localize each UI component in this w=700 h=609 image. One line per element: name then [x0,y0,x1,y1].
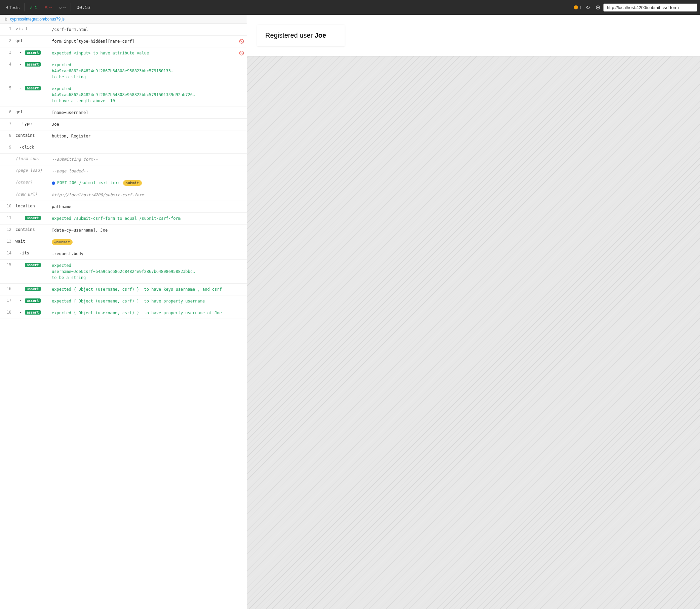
filepath-bar: 🗎 cypress/integration/bonus79.js [0,15,247,24]
row-detail: expected /submit-csrf-form to equal /sub… [50,213,247,224]
row-number: 4 [0,59,14,69]
row-detail: --page loaded-- [50,166,247,177]
row-detail: expected b4a9cac6862c84824e9f2867b64808e… [50,59,247,83]
row-command: -click [14,142,50,152]
row-number: 17 [0,295,14,306]
row-number: 14 [0,248,14,258]
divider2 [71,3,71,12]
row-detail: http://localhost:4200/submit-csrf-form [50,189,247,201]
row-detail: button, Register [50,130,247,142]
row-detail: pathname [50,201,247,212]
pass-count: 1 [35,5,37,10]
file-icon: 🗎 [4,17,8,21]
row-number [0,166,14,171]
row-command: - assert [14,284,50,294]
row-number: 11 [0,213,14,223]
table-row: 15- assertexpected username=Joe&csrf=b4a… [0,260,247,284]
table-row: 4- assertexpected b4a9cac6862c84824e9f28… [0,59,247,83]
row-command: -its [14,248,50,258]
row-detail: expected <input> to have attribute value [50,47,239,59]
row-number: 2 [0,36,14,46]
row-command: location [14,201,50,211]
pass-count-button[interactable]: ✓ 1 [26,3,40,12]
row-command: - assert [14,213,50,223]
registered-prefix: Registered user [265,32,315,39]
check-icon: ✓ [29,5,33,10]
row-command: - assert [14,47,50,57]
row-command: visit [14,24,50,34]
table-row: 1visit/csrf-form.html [0,24,247,36]
eye-off-icon[interactable]: 🚫 [239,51,247,55]
table-row: 3- assertexpected <input> to have attrib… [0,47,247,59]
fail-count: -- [49,5,52,10]
row-number [0,154,14,159]
eye-off-icon[interactable]: 🚫 [239,39,247,44]
status-dot [574,5,578,10]
table-row: 18- assertexpected { Object (username, c… [0,307,247,319]
table-row: 14-its.request.body [0,248,247,260]
table-row: 11- assertexpected /submit-csrf-form to … [0,213,247,225]
row-command: wait [14,236,50,246]
row-command: - assert [14,59,50,69]
row-detail: .request.body [50,248,247,259]
row-detail [50,142,247,147]
row-number: 16 [0,284,14,294]
url-bar[interactable]: http://localhost:4200/submit-csrf-form [603,3,697,12]
row-command: get [14,36,50,46]
browser-background [247,56,700,609]
row-detail: expected b4a9cac6862c84824e9f2867b64808e… [50,83,247,107]
row-number: 13 [0,236,14,246]
arrow-up-icon: ↑ [578,5,583,10]
row-number: 3 [0,47,14,57]
registered-name: Joe [315,32,326,39]
row-detail: [name=username] [50,107,247,118]
row-command: contains [14,225,50,234]
table-row: (form sub)--submitting form-- [0,154,247,166]
right-panel: Registered user Joe [247,15,700,609]
row-number: 7 [0,119,14,129]
test-list: 1visit/csrf-form.html2getform input[type… [0,24,247,609]
row-detail: --submitting form-- [50,154,247,165]
row-command: contains [14,130,50,140]
browser-frame: Registered user Joe [247,15,700,56]
skip-count-button[interactable]: ○ -- [55,3,69,12]
row-number: 8 [0,130,14,140]
row-command: (new url) [14,189,50,199]
compass-button[interactable]: ⊕ [593,2,603,13]
table-row: 10locationpathname [0,201,247,213]
fail-count-button[interactable]: ✕ -- [41,3,56,12]
table-row: 16- assertexpected { Object (username, c… [0,284,247,295]
table-row: 13wait@submit [0,236,247,248]
row-detail: [data-cy=username], Joe [50,225,247,236]
table-row: 2getform input[type=hidden][name=csrf]🚫 [0,36,247,47]
row-command: - assert [14,260,50,270]
row-number: 18 [0,307,14,317]
reload-button[interactable]: ↻ [583,3,593,12]
row-detail: form input[type=hidden][name=csrf] [50,36,239,47]
row-detail: expected { Object (username, csrf) } to … [50,284,247,295]
row-number [0,189,14,195]
table-row: 8containsbutton, Register [0,130,247,142]
submit-badge: submit [123,180,142,186]
table-row: 12contains[data-cy=username], Joe [0,225,247,236]
row-number: 9 [0,142,14,152]
registered-text: Registered user Joe [265,32,326,39]
circle-icon: ○ [59,5,62,10]
topbar: Tests ✓ 1 ✕ -- ○ -- 00.53 ↑ ↻ ⊕ http://l… [0,0,700,15]
table-row: (new url)http://localhost:4200/submit-cs… [0,189,247,201]
table-row: (page load)--page loaded-- [0,166,247,177]
table-row: 9-click [0,142,247,154]
left-panel: 🗎 cypress/integration/bonus79.js 1visit/… [0,15,247,609]
table-row: 5- assertexpected b4a9cac6862c84824e9f28… [0,83,247,107]
registered-card: Registered user Joe [257,25,345,46]
back-to-tests-button[interactable]: Tests [3,4,23,12]
row-number [0,177,14,182]
chevron-left-icon [6,6,8,9]
row-detail: expected { Object (username, csrf) } to … [50,307,247,319]
tests-label: Tests [10,5,19,10]
filepath[interactable]: cypress/integration/bonus79.js [10,17,65,21]
row-detail: expected { Object (username, csrf) } to … [50,295,247,307]
row-command: - assert [14,295,50,306]
row-detail: POST 200 /submit-csrf-formsubmit [50,177,247,189]
row-detail: @submit [50,236,247,248]
